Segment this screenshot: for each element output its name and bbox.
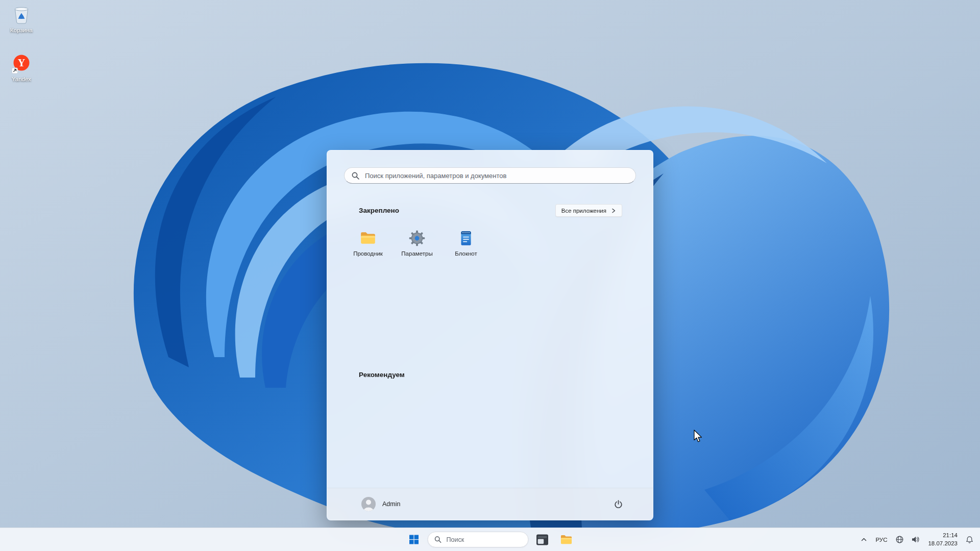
user-account-button[interactable]: Admin — [357, 494, 404, 514]
pinned-apps-grid: Проводник Параметры — [344, 224, 491, 261]
language-indicator[interactable]: РУС — [871, 530, 892, 550]
globe-icon — [895, 535, 904, 544]
desktop-icon-label: Yandex — [12, 76, 31, 82]
clock-time: 21:14 — [928, 532, 958, 540]
pinned-app-label: Проводник — [353, 251, 383, 257]
clock-date: 18.07.2023 — [928, 540, 958, 548]
user-avatar-icon — [361, 496, 376, 512]
pinned-app-label: Блокнот — [455, 251, 477, 257]
yandex-icon: Y — [11, 53, 32, 74]
start-button[interactable] — [404, 530, 424, 550]
start-menu: Закреплено Все приложения Проводник — [327, 150, 653, 520]
folder-icon — [560, 533, 573, 546]
network-button[interactable] — [892, 530, 908, 550]
start-search — [344, 167, 636, 184]
desktop-icon-yandex[interactable]: Y Yandex — [0, 53, 43, 82]
notification-button[interactable] — [962, 530, 977, 550]
notepad-icon — [457, 230, 475, 247]
folder-icon — [359, 230, 377, 247]
recycle-bin-icon — [11, 4, 32, 26]
pinned-app-explorer[interactable]: Проводник — [344, 224, 393, 261]
all-apps-label: Все приложения — [561, 208, 606, 214]
speaker-icon — [911, 535, 920, 544]
pinned-app-label: Параметры — [401, 251, 432, 257]
power-button[interactable] — [608, 494, 628, 514]
recommended-section-header: Рекомендуем — [359, 371, 405, 379]
svg-text:Y: Y — [18, 57, 26, 68]
dark-app-window-icon — [536, 533, 549, 546]
pinned-app-notepad[interactable]: Блокнот — [442, 224, 491, 261]
all-apps-button[interactable]: Все приложения — [555, 204, 622, 217]
taskbar-search[interactable] — [428, 532, 529, 547]
taskbar-search-input[interactable] — [447, 536, 522, 543]
pinned-section-header: Закреплено — [359, 207, 399, 214]
taskbar-app-window[interactable] — [532, 530, 553, 550]
taskbar: РУС 21:14 18.07.2023 — [0, 528, 980, 551]
windows-logo-icon — [409, 535, 419, 544]
bell-icon — [966, 536, 973, 543]
volume-button[interactable] — [908, 530, 923, 550]
desktop-icon-recycle-bin[interactable]: Корзина — [0, 4, 43, 33]
start-search-input[interactable] — [344, 167, 636, 184]
gear-icon — [408, 230, 426, 247]
pinned-app-settings[interactable]: Параметры — [393, 224, 442, 261]
taskbar-file-explorer[interactable] — [556, 530, 577, 550]
chevron-up-icon — [861, 536, 867, 543]
user-name: Admin — [382, 500, 400, 508]
desktop-icon-label: Корзина — [10, 27, 33, 33]
power-icon — [614, 499, 623, 509]
chevron-right-icon — [611, 208, 616, 213]
search-icon — [434, 536, 442, 543]
search-icon — [351, 171, 360, 180]
start-menu-footer: Admin — [327, 488, 653, 520]
tray-overflow-button[interactable] — [857, 530, 871, 550]
clock[interactable]: 21:14 18.07.2023 — [923, 532, 962, 547]
